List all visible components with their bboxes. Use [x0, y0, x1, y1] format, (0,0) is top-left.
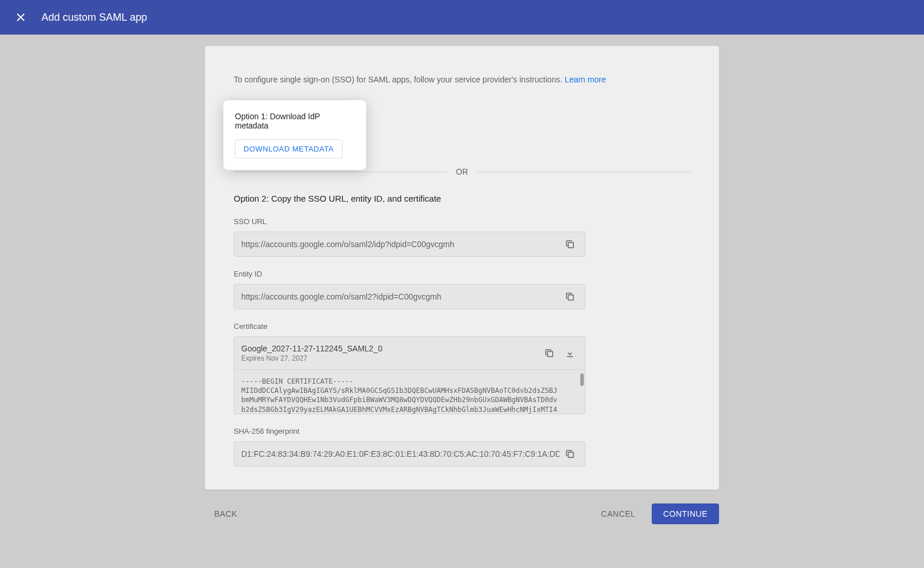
- copy-icon: [544, 348, 554, 358]
- option2-title: Option 2: Copy the SSO URL, entity ID, a…: [234, 194, 690, 203]
- fingerprint-value: D1:FC:24:83:34:B9:74:29:A0:E1:0F:E3:8C:0…: [241, 449, 560, 459]
- cancel-button[interactable]: CANCEL: [592, 505, 645, 523]
- svg-rect-4: [547, 351, 553, 357]
- entity-id-field: https://accounts.google.com/o/saml2?idpi…: [234, 284, 585, 309]
- footer: BACK CANCEL CONTINUE: [205, 490, 719, 538]
- svg-rect-3: [568, 295, 573, 300]
- download-icon: [565, 348, 575, 358]
- fingerprint-label: SHA-256 fingerprint: [234, 427, 690, 436]
- back-button[interactable]: BACK: [205, 505, 246, 523]
- divider-text: OR: [447, 167, 477, 176]
- sso-url-value: https://accounts.google.com/o/saml2/idp?…: [241, 240, 560, 249]
- page-title: Add custom SAML app: [41, 12, 147, 24]
- copy-icon: [565, 449, 575, 459]
- learn-more-link[interactable]: Learn more: [565, 75, 606, 84]
- sso-url-label: SSO URL: [234, 217, 690, 226]
- svg-rect-2: [568, 243, 573, 248]
- certificate-header: Google_2027-11-27-112245_SAML2_0 Expires…: [234, 337, 585, 370]
- svg-rect-6: [568, 452, 573, 457]
- entity-id-label: Entity ID: [234, 270, 690, 278]
- close-icon: [16, 13, 25, 22]
- option1-title: Option 1: Download IdP metadata: [235, 112, 355, 130]
- sso-url-field: https://accounts.google.com/o/saml2/idp?…: [234, 232, 585, 257]
- divider-line-right: [477, 172, 690, 172]
- copy-certificate-button[interactable]: [539, 343, 560, 363]
- fingerprint-field: D1:FC:24:83:34:B9:74:29:A0:E1:0F:E3:8C:0…: [234, 441, 585, 467]
- scrollbar-thumb[interactable]: [580, 373, 584, 386]
- certificate-name: Google_2027-11-27-112245_SAML2_0: [241, 344, 539, 353]
- main-card: To configure single sign-on (SSO) for SA…: [205, 46, 719, 490]
- copy-icon: [565, 239, 575, 249]
- option1-popover: Option 1: Download IdP metadata DOWNLOAD…: [223, 100, 366, 170]
- certificate-body[interactable]: -----BEGIN CERTIFICATE----- MIIDdDCCAlyg…: [234, 370, 585, 414]
- download-certificate-button[interactable]: [560, 343, 580, 363]
- certificate-text: -----BEGIN CERTIFICATE----- MIIDdDCCAlyg…: [241, 377, 557, 414]
- intro-text: To configure single sign-on (SSO) for SA…: [234, 75, 690, 84]
- certificate-box: Google_2027-11-27-112245_SAML2_0 Expires…: [234, 336, 585, 414]
- close-button[interactable]: [12, 8, 30, 26]
- content-area: To configure single sign-on (SSO) for SA…: [0, 35, 924, 568]
- certificate-expires: Expires Nov 27, 2027: [241, 354, 539, 362]
- certificate-header-text: Google_2027-11-27-112245_SAML2_0 Expires…: [241, 344, 539, 362]
- certificate-label: Certificate: [234, 322, 690, 331]
- intro-body: To configure single sign-on (SSO) for SA…: [234, 75, 565, 84]
- entity-id-value: https://accounts.google.com/o/saml2?idpi…: [241, 292, 560, 301]
- copy-entity-id-button[interactable]: [560, 286, 580, 307]
- copy-fingerprint-button[interactable]: [560, 444, 580, 464]
- copy-icon: [565, 291, 575, 302]
- continue-button[interactable]: CONTINUE: [652, 503, 719, 524]
- divider-line-left: [234, 172, 447, 172]
- download-metadata-button[interactable]: DOWNLOAD METADATA: [235, 139, 343, 158]
- app-header: Add custom SAML app: [0, 0, 924, 35]
- copy-sso-url-button[interactable]: [560, 234, 580, 255]
- svg-rect-5: [567, 356, 573, 357]
